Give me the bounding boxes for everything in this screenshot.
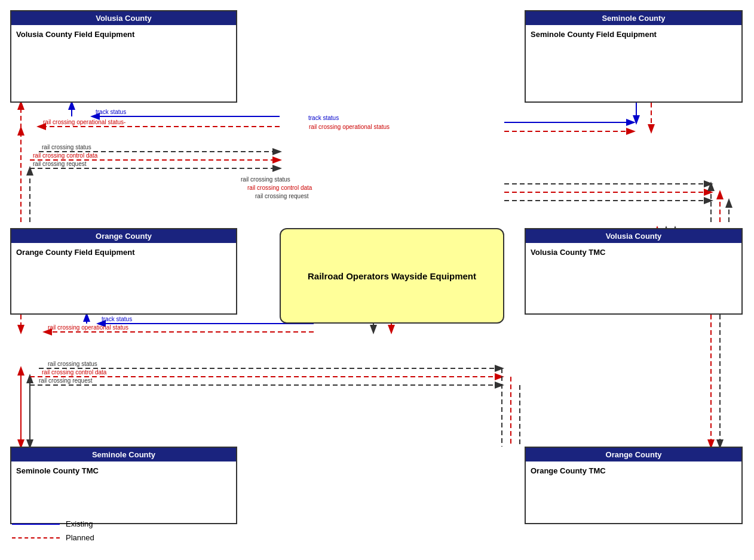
svg-text:rail crossing status: rail crossing status <box>42 144 91 150</box>
railroad-wayside-node: Railroad Operators Wayside Equipment <box>280 228 504 324</box>
orange-field-header: Orange County <box>11 229 236 243</box>
seminole-tmc-body: Seminole County TMC <box>11 461 236 521</box>
diagram-container: track status rail crossing operational s… <box>0 0 754 560</box>
volusia-field-body: Volusia County Field Equipment <box>11 25 236 85</box>
legend: Existing Planned <box>12 519 94 542</box>
legend-existing: Existing <box>12 519 94 528</box>
svg-text:rail crossing status: rail crossing status <box>241 176 290 183</box>
orange-field-equipment-node: Orange County Orange County Field Equipm… <box>10 228 237 315</box>
legend-planned: Planned <box>12 533 94 542</box>
orange-tmc-body: Orange County TMC <box>526 461 741 521</box>
svg-text:track status: track status <box>96 109 126 115</box>
orange-tmc-node: Orange County Orange County TMC <box>525 447 743 524</box>
existing-line-icon <box>12 524 60 525</box>
svg-text:rail crossing operational stat: rail crossing operational status- <box>43 119 125 125</box>
seminole-field-equipment-node: Seminole County Seminole County Field Eq… <box>525 10 743 103</box>
volusia-field-header: Volusia County <box>11 11 236 25</box>
svg-text:track status: track status <box>102 316 132 322</box>
orange-field-body: Orange County Field Equipment <box>11 243 236 303</box>
seminole-field-body: Seminole County Field Equipment <box>526 25 741 85</box>
existing-label: Existing <box>66 519 93 528</box>
seminole-field-header: Seminole County <box>526 11 741 25</box>
seminole-tmc-node: Seminole County Seminole County TMC <box>10 447 237 524</box>
volusia-tmc-header: Volusia County <box>526 229 741 243</box>
svg-text:rail crossing control data: rail crossing control data <box>247 184 312 191</box>
orange-tmc-header: Orange County <box>526 448 741 461</box>
volusia-tmc-node: Volusia County Volusia County TMC <box>525 228 743 315</box>
svg-text:rail crossing status: rail crossing status <box>48 361 97 367</box>
planned-label: Planned <box>66 533 94 542</box>
svg-text:rail crossing request: rail crossing request <box>33 161 87 167</box>
volusia-tmc-body: Volusia County TMC <box>526 243 741 303</box>
svg-text:rail crossing request: rail crossing request <box>39 377 93 384</box>
seminole-tmc-header: Seminole County <box>11 448 236 461</box>
svg-text:rail crossing control data: rail crossing control data <box>33 152 98 159</box>
svg-text:track status: track status <box>308 115 339 121</box>
svg-text:rail crossing operational stat: rail crossing operational status <box>309 124 390 130</box>
volusia-field-equipment-node: Volusia County Volusia County Field Equi… <box>10 10 237 103</box>
svg-text:rail crossing request: rail crossing request <box>255 193 309 199</box>
svg-text:rail crossing control data: rail crossing control data <box>42 369 107 376</box>
planned-line-icon <box>12 537 60 539</box>
railroad-label: Railroad Operators Wayside Equipment <box>308 271 476 281</box>
svg-text:rail crossing operational stat: rail crossing operational status <box>48 324 128 331</box>
